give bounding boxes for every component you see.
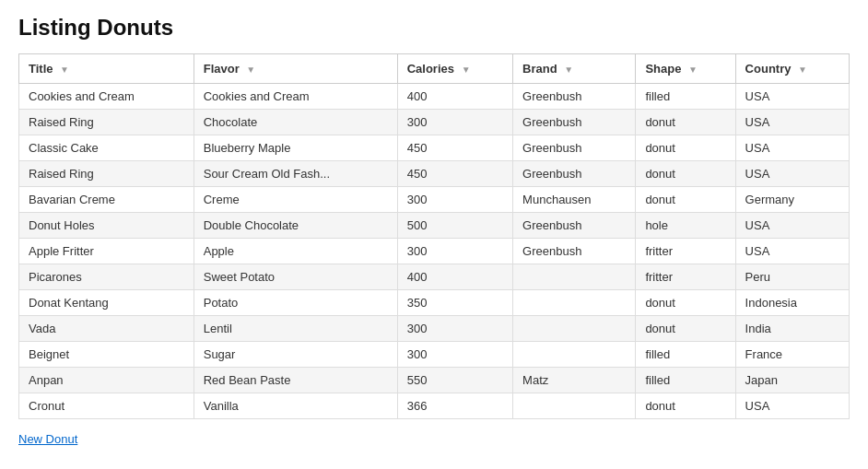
cell-title: Apple Fritter [19,239,194,264]
table-body: Cookies and CreamCookies and Cream400Gre… [19,84,850,419]
cell-country: USA [735,84,849,110]
table-header-row: Title ▼ Flavor ▼ Calories ▼ Brand ▼ Shap… [19,54,850,84]
cell-country: USA [735,393,849,419]
cell-country: USA [735,110,849,135]
cell-calories: 300 [397,110,512,135]
table-row: Raised RingChocolate300GreenbushdonutUSA [19,110,850,135]
cell-title: Raised Ring [19,110,194,135]
cell-calories: 300 [397,187,512,213]
cell-shape: donut [636,135,735,161]
sort-shape-icon: ▼ [688,64,698,75]
cell-flavor: Chocolate [194,110,397,135]
cell-flavor: Vanilla [194,393,397,419]
cell-calories: 300 [397,239,512,264]
table-row: PicaronesSweet Potato400fritterPeru [19,264,850,290]
cell-shape: donut [636,161,735,187]
cell-shape: donut [636,187,735,213]
cell-country: USA [735,161,849,187]
cell-country: USA [735,213,849,239]
cell-country: India [735,316,849,342]
cell-flavor: Apple [194,239,397,264]
cell-calories: 350 [397,290,512,316]
donuts-table: Title ▼ Flavor ▼ Calories ▼ Brand ▼ Shap… [18,53,850,419]
cell-flavor: Double Chocolate [194,213,397,239]
cell-brand [513,264,636,290]
cell-country: Peru [735,264,849,290]
table-row: Raised RingSour Cream Old Fash...450Gree… [19,161,850,187]
table-row: Bavarian CremeCreme300MunchausendonutGer… [19,187,850,213]
col-header-flavor[interactable]: Flavor ▼ [194,54,397,84]
cell-flavor: Red Bean Paste [194,368,397,393]
col-header-title[interactable]: Title ▼ [19,54,194,84]
col-header-shape[interactable]: Shape ▼ [636,54,735,84]
cell-title: Classic Cake [19,135,194,161]
cell-flavor: Cookies and Cream [194,84,397,110]
cell-shape: donut [636,316,735,342]
cell-flavor: Potato [194,290,397,316]
cell-calories: 366 [397,393,512,419]
cell-flavor: Sweet Potato [194,264,397,290]
cell-calories: 450 [397,161,512,187]
cell-title: Cookies and Cream [19,84,194,110]
table-row: Classic CakeBlueberry Maple450Greenbushd… [19,135,850,161]
cell-shape: donut [636,290,735,316]
cell-flavor: Creme [194,187,397,213]
cell-brand [513,393,636,419]
cell-flavor: Blueberry Maple [194,135,397,161]
cell-shape: hole [636,213,735,239]
page-title: Listing Donuts [18,15,850,41]
cell-shape: fritter [636,264,735,290]
cell-brand [513,290,636,316]
cell-title: Vada [19,316,194,342]
cell-brand: Greenbush [513,213,636,239]
cell-calories: 500 [397,213,512,239]
cell-title: Beignet [19,342,194,368]
cell-shape: donut [636,393,735,419]
table-row: Apple FritterApple300GreenbushfritterUSA [19,239,850,264]
cell-country: Indonesia [735,290,849,316]
sort-brand-icon: ▼ [564,64,573,75]
col-header-brand[interactable]: Brand ▼ [513,54,636,84]
table-row: BeignetSugar300filledFrance [19,342,850,368]
cell-country: Germany [735,187,849,213]
table-row: Donut HolesDouble Chocolate500Greenbushh… [19,213,850,239]
cell-calories: 400 [397,84,512,110]
cell-country: USA [735,135,849,161]
cell-brand: Munchausen [513,187,636,213]
cell-shape: filled [636,368,735,393]
cell-calories: 300 [397,316,512,342]
cell-country: France [735,342,849,368]
cell-calories: 400 [397,264,512,290]
cell-brand [513,342,636,368]
col-header-country[interactable]: Country ▼ [735,54,849,84]
cell-shape: donut [636,110,735,135]
cell-brand: Greenbush [513,110,636,135]
cell-calories: 300 [397,342,512,368]
cell-brand: Greenbush [513,135,636,161]
cell-flavor: Lentil [194,316,397,342]
cell-brand: Matz [513,368,636,393]
cell-brand: Greenbush [513,161,636,187]
table-row: AnpanRed Bean Paste550MatzfilledJapan [19,368,850,393]
cell-brand [513,316,636,342]
cell-calories: 450 [397,135,512,161]
cell-country: USA [735,239,849,264]
cell-title: Cronut [19,393,194,419]
cell-title: Anpan [19,368,194,393]
cell-calories: 550 [397,368,512,393]
cell-title: Bavarian Creme [19,187,194,213]
cell-flavor: Sugar [194,342,397,368]
table-row: Cookies and CreamCookies and Cream400Gre… [19,84,850,110]
cell-brand: Greenbush [513,84,636,110]
sort-calories-icon: ▼ [462,64,471,75]
cell-country: Japan [735,368,849,393]
cell-shape: filled [636,84,735,110]
cell-title: Picarones [19,264,194,290]
cell-title: Raised Ring [19,161,194,187]
table-row: CronutVanilla366donutUSA [19,393,850,419]
col-header-calories[interactable]: Calories ▼ [397,54,512,84]
table-row: Donat KentangPotato350donutIndonesia [19,290,850,316]
table-row: VadaLentil300donutIndia [19,316,850,342]
cell-flavor: Sour Cream Old Fash... [194,161,397,187]
new-donut-link[interactable]: New Donut [18,432,77,446]
